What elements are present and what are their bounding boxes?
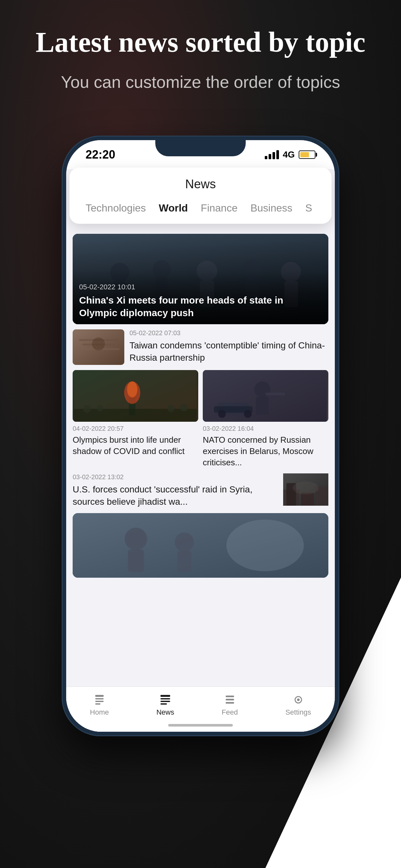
svg-rect-44 bbox=[177, 551, 191, 572]
home-icon-svg bbox=[93, 693, 106, 707]
svg-point-43 bbox=[175, 532, 194, 552]
svg-rect-21 bbox=[74, 409, 197, 422]
taiwan-article-thumb bbox=[73, 330, 124, 365]
taiwan-article-row[interactable]: 05-02-2022 07:03 Taiwan condemns 'contem… bbox=[73, 330, 328, 365]
svg-rect-28 bbox=[256, 397, 269, 414]
news-icon bbox=[157, 693, 174, 706]
articles-grid: 04-02-2022 20:57 Olympics burst into lif… bbox=[73, 370, 328, 468]
nav-tab-technologies[interactable]: Technologies bbox=[79, 199, 152, 217]
signal-bar-4 bbox=[276, 150, 279, 159]
status-bar: 22:20 4G bbox=[66, 140, 335, 169]
tab-news-label: News bbox=[156, 708, 174, 717]
nato-article-card[interactable]: 03-02-2022 16:04 NATO concerned by Russi… bbox=[203, 370, 328, 468]
svg-point-45 bbox=[226, 520, 304, 571]
news-icon-svg bbox=[158, 693, 172, 707]
nav-card-title: News bbox=[69, 177, 332, 191]
svg-rect-52 bbox=[160, 701, 170, 702]
nav-tab-more[interactable]: S bbox=[299, 199, 319, 217]
home-indicator bbox=[168, 724, 233, 726]
nav-tabs: Technologies World Finance Business S bbox=[69, 199, 332, 217]
svg-point-23 bbox=[97, 405, 103, 411]
svg-point-33 bbox=[244, 410, 252, 418]
hero-subtitle: You can customize the order of topics bbox=[26, 71, 375, 93]
svg-point-25 bbox=[180, 404, 188, 411]
feed-icon bbox=[222, 693, 238, 706]
settings-icon-svg bbox=[291, 693, 305, 707]
svg-point-58 bbox=[297, 699, 300, 701]
signal-bar-3 bbox=[273, 152, 275, 159]
svg-rect-47 bbox=[95, 698, 104, 700]
battery-fill bbox=[300, 152, 309, 157]
olympics-article-card[interactable]: 04-02-2022 20:57 Olympics burst into lif… bbox=[73, 370, 198, 468]
svg-rect-46 bbox=[95, 695, 104, 697]
signal-bars bbox=[265, 150, 279, 159]
svg-rect-42 bbox=[128, 550, 144, 572]
syria-article-date: 03-02-2022 13:02 bbox=[73, 473, 278, 481]
taiwan-article-title: Taiwan condemns 'contemptible' timing of… bbox=[129, 339, 328, 364]
notch bbox=[155, 140, 246, 156]
settings-icon bbox=[290, 693, 306, 706]
svg-rect-50 bbox=[160, 695, 170, 697]
taiwan-article-date: 05-02-2022 07:03 bbox=[129, 330, 328, 337]
taiwan-article-svg bbox=[73, 330, 124, 365]
phone-screen: 22:20 4G bbox=[66, 140, 335, 732]
battery-indicator bbox=[299, 151, 315, 159]
featured-article-title: China's Xi meets four more heads of stat… bbox=[79, 294, 322, 319]
olympics-article-image bbox=[73, 370, 198, 422]
syria-article-thumb bbox=[283, 473, 328, 506]
olympics-article-title: Olympics burst into life under shadow of… bbox=[73, 434, 198, 457]
svg-point-24 bbox=[167, 405, 175, 412]
signal-bar-1 bbox=[265, 156, 267, 159]
svg-rect-56 bbox=[226, 702, 234, 704]
svg-rect-37 bbox=[301, 493, 314, 506]
nato-article-title: NATO concerned by Russian exercises in B… bbox=[203, 434, 328, 468]
svg-point-32 bbox=[218, 410, 226, 418]
svg-rect-55 bbox=[226, 699, 234, 701]
phone-frame: 22:20 4G bbox=[62, 135, 339, 736]
featured-article[interactable]: 05-02-2022 10:01 China's Xi meets four m… bbox=[73, 234, 328, 324]
svg-rect-54 bbox=[226, 695, 234, 697]
syria-article-info: 03-02-2022 13:02 U.S. forces conduct 'su… bbox=[73, 473, 278, 508]
nato-svg bbox=[203, 370, 328, 422]
tab-settings[interactable]: Settings bbox=[285, 693, 311, 717]
tab-home-label: Home bbox=[90, 708, 109, 717]
featured-overlay: 05-02-2022 10:01 China's Xi meets four m… bbox=[73, 278, 328, 324]
network-type: 4G bbox=[283, 150, 295, 160]
svg-point-39 bbox=[293, 482, 319, 494]
nato-article-date: 03-02-2022 16:04 bbox=[203, 425, 328, 432]
nato-article-image bbox=[203, 370, 328, 422]
olympics-article-date: 04-02-2022 20:57 bbox=[73, 425, 198, 432]
syria-article-row[interactable]: 03-02-2022 13:02 U.S. forces conduct 'su… bbox=[73, 473, 328, 508]
nav-tab-finance[interactable]: Finance bbox=[194, 199, 244, 217]
svg-point-16 bbox=[92, 337, 105, 350]
featured-article-date: 05-02-2022 10:01 bbox=[79, 283, 322, 291]
nav-tab-world[interactable]: World bbox=[152, 199, 194, 217]
taiwan-article-info: 05-02-2022 07:03 Taiwan condemns 'contem… bbox=[129, 330, 328, 364]
hero-section: Latest news sorted by topic You can cust… bbox=[0, 26, 401, 93]
svg-rect-29 bbox=[266, 393, 285, 395]
bottom-featured-article[interactable] bbox=[73, 513, 328, 578]
feed-icon-svg bbox=[223, 693, 237, 707]
svg-point-20 bbox=[127, 381, 137, 398]
home-icon bbox=[91, 693, 107, 706]
syria-article-title: U.S. forces conduct 'successful' raid in… bbox=[73, 484, 278, 508]
svg-point-22 bbox=[83, 405, 91, 413]
hero-title: Latest news sorted by topic bbox=[26, 26, 375, 58]
olympics-svg bbox=[73, 370, 198, 422]
tab-news[interactable]: News bbox=[156, 693, 174, 717]
svg-rect-51 bbox=[160, 698, 170, 700]
tab-feed-label: Feed bbox=[222, 708, 238, 717]
nav-tab-business[interactable]: Business bbox=[244, 199, 299, 217]
svg-rect-53 bbox=[160, 703, 167, 705]
tab-feed[interactable]: Feed bbox=[222, 693, 238, 717]
status-time: 22:20 bbox=[86, 148, 115, 161]
svg-rect-48 bbox=[95, 701, 104, 702]
bottom-featured-svg bbox=[73, 513, 328, 578]
signal-bar-2 bbox=[269, 154, 271, 159]
svg-point-41 bbox=[125, 528, 147, 550]
tab-home[interactable]: Home bbox=[90, 693, 109, 717]
status-icons: 4G bbox=[265, 150, 315, 160]
nav-card: News Technologies World Finance Business… bbox=[69, 167, 332, 224]
tab-settings-label: Settings bbox=[285, 708, 311, 717]
syria-svg bbox=[283, 473, 328, 506]
